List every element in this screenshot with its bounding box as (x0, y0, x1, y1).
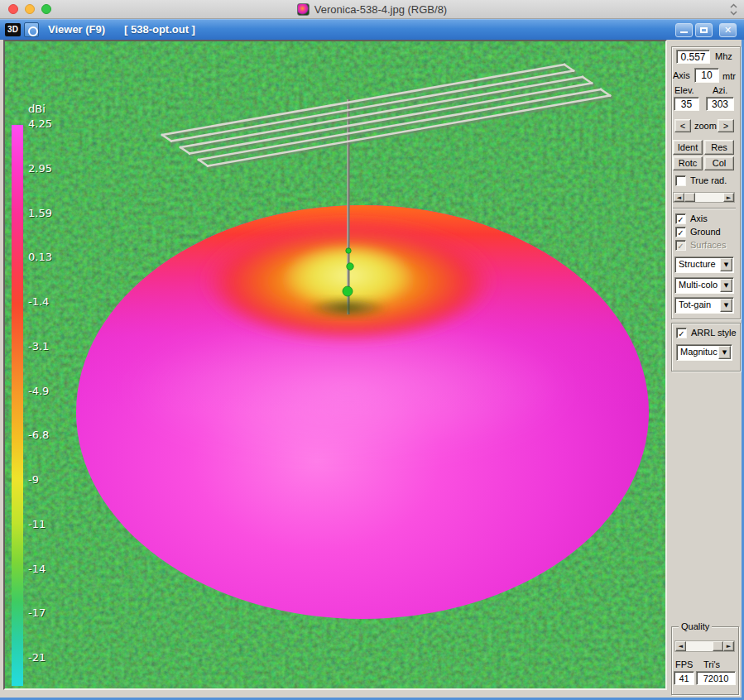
colorbar-tick: -3.1 (28, 340, 49, 353)
close-icon: ✕ (720, 25, 736, 36)
colorbar (12, 125, 23, 686)
colorbar-tick: 2.95 (28, 162, 52, 175)
axis-size-input[interactable]: 10 (694, 68, 719, 83)
viewport-3d[interactable]: dBi 4.25 2.95 1.59 0.13 -1.4 -3.1 -4.9 -… (3, 40, 667, 690)
minimize-icon (680, 31, 688, 33)
color-mode-dropdown-value: Multi-colo (679, 280, 720, 290)
color-mode-dropdown[interactable]: Multi-colo ▼ (674, 277, 734, 294)
colorbar-tick: 1.59 (28, 207, 52, 220)
chevron-down-icon[interactable]: ▼ (720, 279, 732, 292)
chevron-down-icon[interactable]: ▼ (720, 299, 732, 312)
colorbar-tick: -9 (28, 473, 39, 487)
structure-dropdown-value: Structure (679, 259, 720, 269)
mast (348, 99, 348, 314)
axis-size-unit-label: mtr (722, 71, 736, 81)
chevron-down-icon[interactable]: ▼ (720, 258, 732, 271)
zoom-label: zoom (694, 121, 717, 131)
close-button[interactable]: ✕ (719, 23, 737, 37)
rotc-button[interactable]: Rotc (673, 156, 703, 170)
viewer-title: Viewer (F9) (48, 23, 105, 36)
res-button[interactable]: Res (704, 140, 734, 155)
frequency-input[interactable]: 0.557 (676, 50, 710, 64)
colorbar-tick: -11 (28, 518, 46, 531)
3d-app-icon: 3D (5, 23, 21, 36)
quality-slider[interactable]: ◄ ► (674, 640, 735, 652)
fps-label: FPS (675, 659, 693, 669)
slider-thumb[interactable] (713, 641, 723, 651)
minimize-button[interactable] (675, 23, 693, 37)
elevation-input[interactable]: 35 (674, 97, 699, 111)
axis-checkbox[interactable]: ✓ (675, 213, 686, 224)
check-icon: ✓ (677, 215, 684, 224)
surfaces-checkbox: ✓ (675, 240, 686, 251)
check-icon: ✓ (678, 329, 684, 338)
surfaces-check-label: Surfaces (690, 240, 726, 250)
arrl-style-checkbox[interactable]: ✓ (676, 328, 687, 338)
true-rad-label: True rad. (690, 175, 727, 185)
check-icon: ✓ (677, 242, 684, 251)
colorbar-tick: -6.8 (28, 429, 49, 442)
gain-mode-dropdown-value: Tot-gain (679, 300, 720, 309)
ground-check-label: Ground (690, 227, 721, 237)
axis-size-label: Axis (673, 70, 690, 80)
scene-3d (5, 41, 665, 688)
check-icon: ✓ (677, 228, 684, 237)
slider-right-arrow-icon[interactable]: ► (723, 193, 734, 202)
chevron-down-icon[interactable]: ▼ (718, 346, 731, 359)
elevation-label: Elev. (674, 85, 694, 95)
colorbar-tick: -14 (28, 563, 46, 576)
slider-right-arrow-icon[interactable]: ► (723, 641, 734, 651)
slider-left-arrow-icon[interactable]: ◄ (674, 193, 684, 202)
colorbar-tick: -21 (28, 651, 46, 664)
ident-button[interactable]: Ident (673, 140, 703, 155)
colorbar-tick: 0.13 (28, 251, 52, 264)
control-panel: 0.557 Mhz Axis 10 mtr Elev. Azi. 35 303 … (667, 40, 742, 693)
azimuth-input[interactable]: 303 (706, 97, 734, 111)
true-rad-checkbox[interactable] (675, 175, 686, 186)
app-window: Veronica-538-4.jpg (RGB/8) 3D Viewer (F9… (0, 0, 744, 700)
document-thumbnail-icon (297, 3, 310, 16)
viewer-ring-icon (24, 22, 39, 37)
quality-group-label: Quality (679, 621, 712, 631)
fps-value: 41 (674, 671, 694, 685)
slider-left-arrow-icon[interactable]: ◄ (675, 641, 686, 651)
ground-checkbox[interactable]: ✓ (675, 227, 686, 237)
maximize-button[interactable] (695, 23, 713, 37)
colorbar-unit-label: dBi (28, 103, 46, 116)
magnitude-dropdown[interactable]: Magnituc ▼ (676, 344, 732, 361)
arrl-style-label: ARRL style (691, 328, 737, 338)
mac-titlebar: Veronica-538-4.jpg (RGB/8) (0, 0, 744, 19)
axis-check-label: Axis (690, 213, 708, 223)
magnitude-dropdown-value: Magnituc (680, 347, 718, 357)
true-rad-slider[interactable]: ◄ ► (673, 192, 735, 203)
structure-dropdown[interactable]: Structure ▼ (674, 257, 734, 273)
colorbar-tick: -1.4 (28, 295, 49, 309)
zoom-in-button[interactable]: > (718, 119, 734, 132)
window-resize-chevrons-icon[interactable] (729, 2, 738, 17)
slider-thumb[interactable] (684, 193, 695, 202)
maximize-icon (700, 27, 708, 33)
colorbar-tick: 4.25 (28, 117, 52, 131)
tris-label: Tri's (703, 659, 720, 669)
colorbar-tick: -17 (28, 607, 46, 620)
radiation-pattern (76, 205, 649, 619)
mac-title-group: Veronica-538-4.jpg (RGB/8) (0, 0, 744, 18)
viewer-titlebar[interactable]: 3D Viewer (F9) [ 538-opt.out ] ✕ (0, 19, 744, 40)
frequency-unit-label: Mhz (715, 51, 732, 61)
azimuth-label: Azi. (713, 85, 727, 95)
panel-separator (673, 208, 736, 209)
funnel-shadow (306, 297, 389, 319)
mac-window-title: Veronica-538-4.jpg (RGB/8) (314, 3, 447, 16)
colorbar-tick: -4.9 (28, 385, 49, 398)
viewer-open-file: [ 538-opt.out ] (124, 23, 195, 36)
gain-mode-dropdown[interactable]: Tot-gain ▼ (674, 297, 734, 314)
tris-value: 72010 (696, 671, 736, 685)
col-button[interactable]: Col (704, 156, 734, 170)
zoom-out-button[interactable]: < (674, 119, 691, 132)
